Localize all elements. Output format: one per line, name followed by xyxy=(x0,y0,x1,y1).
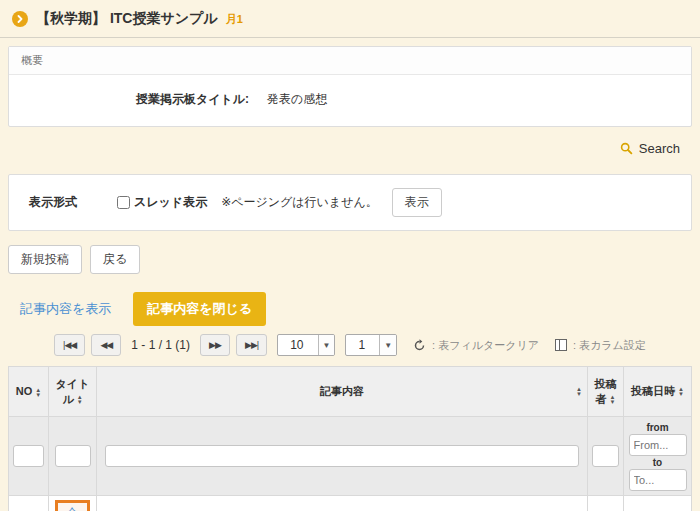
cell-datetime: 2017-11-16 18:36 xyxy=(624,496,692,511)
column-header-datetime[interactable]: 投稿日時▲▼ xyxy=(624,367,692,417)
search-label[interactable]: Search xyxy=(639,141,680,156)
chevron-down-icon: ▼ xyxy=(318,335,335,355)
sort-icon[interactable]: ▲▼ xyxy=(610,395,616,405)
board-title-value: 発表の感想 xyxy=(267,91,327,108)
page-status: 1 - 1 / 1 (1) xyxy=(131,338,190,352)
column-header-author[interactable]: 投稿者▲▼ xyxy=(588,367,624,417)
column-header-no[interactable]: NO▲▼ xyxy=(9,367,49,417)
table-filter-row: from to xyxy=(9,417,692,496)
column-header-title[interactable]: タイトル▲▼ xyxy=(49,367,97,417)
page-number-value: 1 xyxy=(346,338,379,352)
sort-icon[interactable]: ▲▼ xyxy=(576,387,582,397)
filter-author-input[interactable] xyxy=(592,445,619,467)
last-page-button[interactable]: ▶▶| xyxy=(236,334,267,356)
table-header-row: NO▲▼ タイトル▲▼ 記事内容▲▼ 投稿者▲▼ 投稿日時▲▼ xyxy=(9,367,692,417)
column-settings-icon[interactable] xyxy=(555,339,567,351)
refresh-icon[interactable] xyxy=(413,339,426,352)
page-size-value: 10 xyxy=(278,338,317,352)
back-button[interactable]: 戻る xyxy=(90,245,140,274)
column-settings-label[interactable]: : 表カラム設定 xyxy=(573,338,646,353)
first-page-button[interactable]: |◀◀ xyxy=(54,334,85,356)
page-header: 【秋学期】 ITC授業サンプル 月1 xyxy=(0,0,700,38)
filter-content-input[interactable] xyxy=(105,445,579,467)
table-row: 1 合宿について この授業で合宿をやりたいと考えています。 場所については未定の… xyxy=(9,496,692,511)
new-post-button[interactable]: 新規投稿 xyxy=(8,245,82,274)
cell-no: 1 xyxy=(9,496,49,511)
thread-display-option[interactable]: スレッド表示 xyxy=(117,194,207,211)
board-title-label: 授業掲示板タイトル: xyxy=(21,91,249,108)
annotation-highlight-box: 合宿について xyxy=(55,500,90,511)
display-format-label: 表示形式 xyxy=(21,194,117,211)
overview-panel-title: 概要 xyxy=(9,47,691,75)
page: 【秋学期】 ITC授業サンプル 月1 概要 授業掲示板タイトル: 発表の感想 S… xyxy=(0,0,700,511)
posts-table: NO▲▼ タイトル▲▼ 記事内容▲▼ 投稿者▲▼ 投稿日時▲▼ xyxy=(8,366,692,511)
overview-panel-body: 授業掲示板タイトル: 発表の感想 xyxy=(9,75,691,126)
prev-page-button[interactable]: ◀◀ xyxy=(91,334,121,356)
sort-icon[interactable]: ▲▼ xyxy=(678,387,684,397)
post-title-link[interactable]: 合宿について xyxy=(61,506,84,511)
paging-note: ※ページングは行いません。 xyxy=(221,194,378,211)
thread-display-label: スレッド表示 xyxy=(134,194,207,211)
cell-content: この授業で合宿をやりたいと考えています。 場所については未定のため、この掲示板で… xyxy=(97,496,588,511)
filter-title-input[interactable] xyxy=(55,445,91,467)
page-number-select[interactable]: 1 ▼ xyxy=(345,334,397,356)
filter-to-label: to xyxy=(628,456,687,469)
period-badge: 月1 xyxy=(226,12,243,27)
column-header-content[interactable]: 記事内容▲▼ xyxy=(97,367,588,417)
display-button[interactable]: 表示 xyxy=(392,188,442,217)
overview-panel: 概要 授業掲示板タイトル: 発表の感想 xyxy=(8,46,692,127)
next-page-button[interactable]: ▶▶ xyxy=(200,334,230,356)
filter-date-to-input[interactable] xyxy=(629,469,687,491)
page-title: 【秋学期】 ITC授業サンプル xyxy=(36,10,218,28)
page-size-select[interactable]: 10 ▼ xyxy=(277,334,335,356)
top-action-row: 新規投稿 戻る xyxy=(8,245,692,274)
show-content-button[interactable]: 記事内容を表示 xyxy=(8,293,123,325)
sort-icon[interactable]: ▲▼ xyxy=(35,388,41,398)
filter-clear-label[interactable]: : 表フィルタークリア xyxy=(432,338,539,353)
chevron-circle-icon xyxy=(12,11,28,27)
search-icon xyxy=(620,142,633,155)
content-toggle-row: 記事内容を表示 記事内容を閉じる xyxy=(8,292,692,326)
filter-no-input[interactable] xyxy=(13,445,44,467)
cell-author: 慶應 花子 xyxy=(588,496,624,511)
sort-icon[interactable]: ▲▼ xyxy=(77,395,83,405)
filter-date-from-input[interactable] xyxy=(629,434,687,456)
hide-content-button[interactable]: 記事内容を閉じる xyxy=(133,292,266,326)
display-format-panel: 表示形式 スレッド表示 ※ページングは行いません。 表示 xyxy=(8,174,692,231)
cell-title: 合宿について xyxy=(49,496,97,511)
thread-display-checkbox[interactable] xyxy=(117,196,130,209)
filter-from-label: from xyxy=(628,421,687,434)
pagination-bar: |◀◀ ◀◀ 1 - 1 / 1 (1) ▶▶ ▶▶| 10 ▼ 1 ▼ : 表… xyxy=(8,334,692,356)
chevron-down-icon: ▼ xyxy=(379,335,396,355)
search-toggle[interactable]: Search xyxy=(0,127,700,162)
